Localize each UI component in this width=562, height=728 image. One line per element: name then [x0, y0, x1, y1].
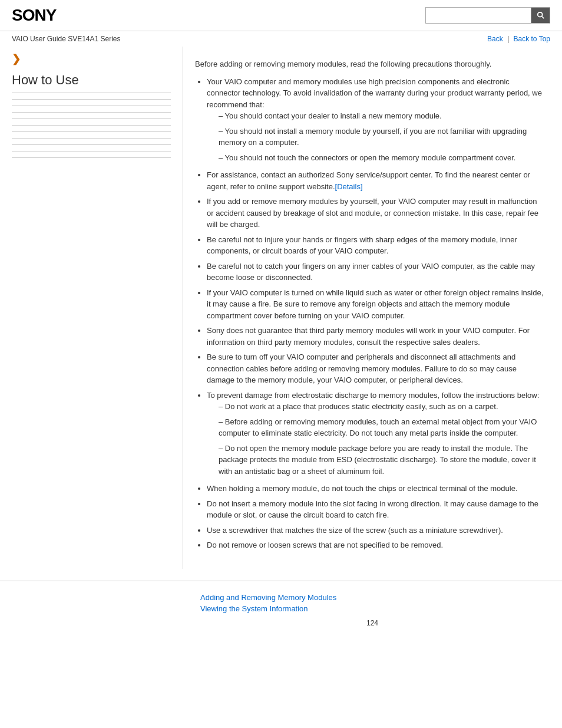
- bullet2-text: For assistance, contact an authorized So…: [207, 170, 530, 191]
- guide-title: VAIO User Guide SVE14A1 Series: [12, 35, 121, 43]
- page-number: 124: [200, 619, 544, 627]
- search-input[interactable]: [425, 7, 531, 24]
- sidebar-divider-8: [12, 144, 171, 145]
- details-link[interactable]: [Details]: [335, 182, 363, 191]
- sidebar-divider-3: [12, 112, 171, 113]
- footer-link-1[interactable]: Adding and Removing Memory Modules: [200, 593, 544, 602]
- sidebar-divider-5: [12, 125, 171, 126]
- footer-link-2[interactable]: Viewing the System Information: [200, 604, 544, 613]
- sub-list-9: Do not work at a place that produces sta…: [219, 401, 544, 477]
- main-container: ❯ How to Use Before adding or removing m…: [0, 47, 562, 581]
- sub-list-1: You should contact your dealer to instal…: [219, 110, 544, 163]
- sub-list-item-1b: You should not install a memory module b…: [219, 126, 544, 149]
- list-item-8: Be sure to turn off your VAIO computer a…: [207, 351, 544, 386]
- sidebar-divider-10: [12, 157, 171, 158]
- sidebar-divider-9: [12, 151, 171, 151]
- list-item-7: Sony does not guarantee that third party…: [207, 325, 544, 348]
- list-item-10: When holding a memory module, do not tou…: [207, 483, 544, 495]
- search-button[interactable]: [531, 7, 550, 24]
- list-item-1: Your VAIO computer and memory modules us…: [207, 76, 544, 164]
- sidebar-chevron-icon: ❯: [12, 52, 171, 65]
- list-item-12: Use a screwdriver that matches the size …: [207, 525, 544, 536]
- search-container: [425, 7, 550, 24]
- list-item-11: Do not insert a memory module into the s…: [207, 498, 544, 521]
- back-to-top-link[interactable]: Back to Top: [514, 35, 550, 43]
- nav-links: Back | Back to Top: [487, 35, 550, 43]
- sub-list-item-1a: You should contact your dealer to instal…: [219, 110, 544, 122]
- sub-list-item-1c: You should not touch the connectors or o…: [219, 152, 544, 164]
- sidebar-divider-4: [12, 118, 171, 119]
- sub-header: VAIO User Guide SVE14A1 Series Back | Ba…: [0, 31, 562, 47]
- list-item-5: Be careful not to catch your fingers on …: [207, 261, 544, 284]
- sub-list-item-9b: Before adding or removing memory modules…: [219, 416, 544, 439]
- list-item-9: To prevent damage from electrostatic dis…: [207, 390, 544, 477]
- sidebar: ❯ How to Use: [0, 47, 183, 569]
- page-header: SONY: [0, 0, 562, 31]
- list-item-13: Do not remove or loosen screws that are …: [207, 539, 544, 551]
- main-content: Before adding or removing memory modules…: [183, 47, 562, 569]
- sub-list-item-9c: Do not open the memory module package be…: [219, 443, 544, 477]
- sony-logo: SONY: [12, 6, 56, 25]
- intro-paragraph: Before adding or removing memory modules…: [195, 58, 544, 70]
- svg-point-0: [537, 12, 542, 17]
- list-item-3: If you add or remove memory modules by y…: [207, 196, 544, 230]
- nav-separator: |: [507, 35, 509, 43]
- sidebar-divider-7: [12, 138, 171, 139]
- sidebar-divider-2: [12, 106, 171, 106]
- sidebar-divider-1: [12, 99, 171, 100]
- list-item-6: If your VAIO computer is turned on while…: [207, 287, 544, 322]
- back-link[interactable]: Back: [487, 35, 503, 43]
- sidebar-divider-6: [12, 131, 171, 132]
- sidebar-title: How to Use: [12, 73, 171, 93]
- main-list: Your VAIO computer and memory modules us…: [207, 76, 544, 551]
- search-icon: [537, 11, 545, 19]
- footer-links: Adding and Removing Memory Modules Viewi…: [200, 593, 544, 613]
- svg-line-1: [541, 17, 544, 19]
- list-item-4: Be careful not to injure your hands or f…: [207, 234, 544, 257]
- list-item-2: For assistance, contact an authorized So…: [207, 169, 544, 192]
- footer-section: Adding and Removing Memory Modules Viewi…: [0, 581, 562, 633]
- sub-list-item-9a: Do not work at a place that produces sta…: [219, 401, 544, 413]
